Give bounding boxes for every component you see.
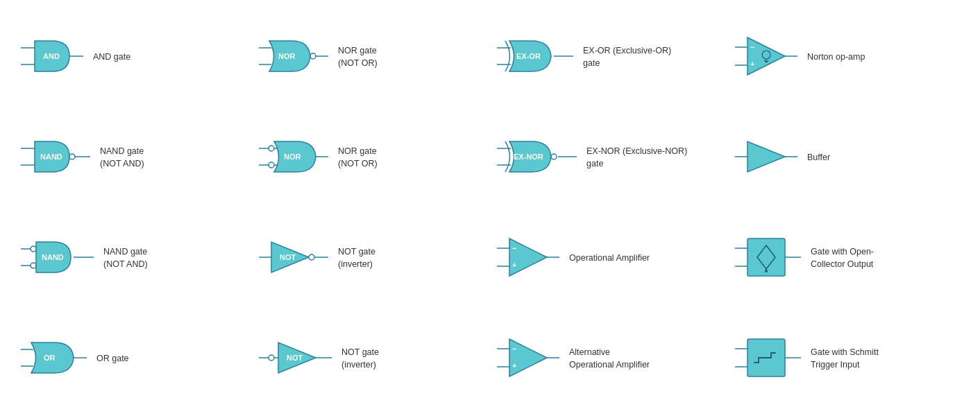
opamp-label: Operational Amplifier [569,252,650,265]
nand-gate-1-label: NAND gate(NOT AND) [100,146,155,170]
nor-gate-2-label: NOR gate(NOT OR) [338,146,394,170]
svg-text:−: − [512,244,516,252]
svg-text:NAND: NAND [42,253,64,261]
schmitt-label: Gate with SchmittTrigger Input [811,347,879,371]
buffer-symbol [735,136,797,180]
not-gate-2-symbol: NOT [259,337,332,381]
buffer-label: Buffer [807,152,863,164]
svg-text:−: − [512,345,516,353]
cell-nor-gate-2: NOR NOR gate(NOT OR) [252,107,490,208]
svg-text:NAND: NAND [40,153,62,161]
svg-point-52 [309,254,314,260]
svg-point-44 [31,246,36,252]
or-gate-symbol: OR [21,337,87,381]
cell-opamp: − + Operational Amplifier [490,208,728,309]
cell-and-gate: AND AND gate [14,7,252,107]
cell-alt-opamp: − + AlternativeOperational Amplifier [490,309,728,409]
nand-gate-2-label: NAND gate(NOT AND) [103,246,159,270]
opamp-symbol: − + [497,233,559,284]
schmitt-symbol [735,333,801,384]
cell-not-gate-1: NOT NOT gate(inverter) [252,208,490,309]
exor-gate-symbol: EX-OR [497,35,573,79]
exor-gate-label: EX-OR (Exclusive-OR)gate [583,45,671,69]
svg-text:AND: AND [43,52,60,60]
cell-nor-gate-1: NOR NOR gate(NOT OR) [252,7,490,107]
not-gate-1-symbol: NOT [259,236,328,280]
norton-opamp-label: Norton op-amp [807,51,865,64]
svg-point-30 [269,162,274,168]
svg-point-25 [69,154,75,159]
cell-buffer: Buffer [728,107,966,208]
norton-opamp-symbol: − + [735,32,797,83]
svg-point-29 [269,146,274,151]
not-gate-1-label: NOT gate(inverter) [338,246,394,270]
nand-gate-2-symbol: NAND [21,236,94,280]
svg-text:EX-OR: EX-OR [516,52,541,60]
nand-gate-1-symbol: NAND [21,136,90,180]
cell-exnor-gate: EX-NOR EX-NOR (Exclusive-NOR)gate [490,107,728,208]
svg-text:+: + [750,60,754,68]
cell-exor-gate: EX-OR EX-OR (Exclusive-OR)gate [490,7,728,107]
svg-text:−: − [750,43,754,51]
not-gate-2-label: NOT gate(inverter) [341,347,397,371]
cell-open-collector: Gate with Open-Collector Output [728,208,966,309]
svg-point-7 [310,53,316,59]
svg-point-70 [269,355,274,361]
cell-or-gate: OR OR gate [14,309,252,409]
cell-norton-opamp: − + Norton op-amp [728,7,966,107]
alt-opamp-symbol: − + [497,333,559,384]
open-collector-symbol [735,233,801,284]
svg-text:+: + [512,361,516,370]
svg-text:NOT: NOT [280,253,296,261]
cell-nand-gate-1: NAND NAND gate(NOT AND) [14,107,252,208]
svg-text:EX-NOR: EX-NOR [514,153,543,161]
or-gate-label: OR gate [96,353,152,365]
nor-gate-1-label: NOR gate(NOT OR) [338,45,394,69]
and-gate-label: AND gate [93,51,149,64]
svg-text:OR: OR [44,354,56,362]
open-collector-label: Gate with Open-Collector Output [811,246,874,270]
exnor-gate-label: EX-NOR (Exclusive-NOR)gate [586,146,687,170]
svg-text:NOR: NOR [284,153,301,161]
nor-gate-1-symbol: NOR [259,35,328,79]
alt-opamp-label: AlternativeOperational Amplifier [569,347,650,371]
nor-gate-2-symbol: NOR [259,136,328,180]
svg-point-38 [551,154,557,159]
svg-text:+: + [512,261,516,269]
svg-text:NOT: NOT [287,354,303,362]
cell-schmitt: Gate with SchmittTrigger Input [728,309,966,409]
cell-not-gate-2: NOT NOT gate(inverter) [252,309,490,409]
svg-text:NOR: NOR [278,52,296,60]
cell-nand-gate-2: NAND NAND gate(NOT AND) [14,208,252,309]
and-gate-symbol: AND [21,35,83,79]
svg-point-45 [31,263,36,268]
main-grid: AND AND gate NOR NOR gate(NOT OR) [0,0,980,416]
exnor-gate-symbol: EX-NOR [497,136,577,180]
